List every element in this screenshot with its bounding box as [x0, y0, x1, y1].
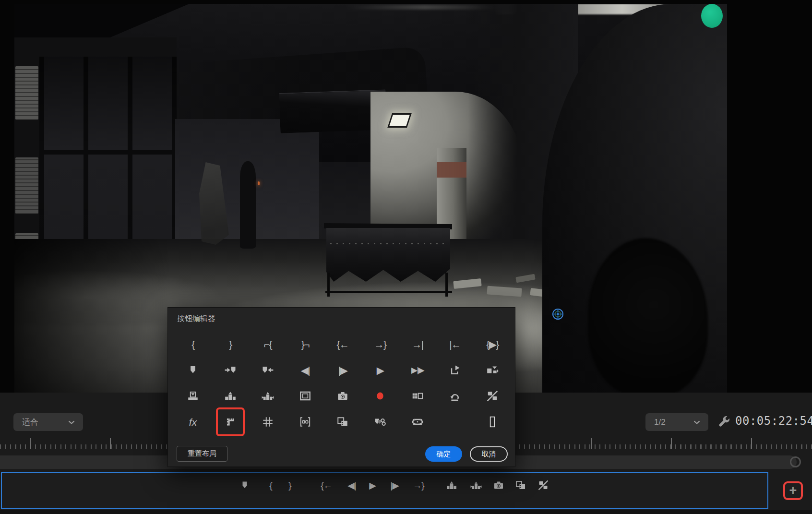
grid-button-extract-close-gap[interactable]	[249, 383, 287, 409]
ok-button[interactable]: 确定	[425, 446, 462, 462]
camera-icon	[493, 479, 504, 491]
grid-button-multi-camera-view[interactable]	[399, 383, 436, 409]
grid-button-add-marker[interactable]	[174, 357, 212, 383]
grid-button-step-back[interactable]: ◀|	[287, 357, 324, 383]
grid-button-insert[interactable]	[474, 357, 511, 383]
export-frame-button[interactable]	[492, 478, 505, 492]
grid-cell-empty	[436, 409, 474, 435]
camera-icon	[336, 390, 349, 402]
settings-wrench-icon[interactable]	[717, 415, 731, 429]
zoom-level-select[interactable]: 适合	[13, 413, 83, 431]
grid-button-safe-margins[interactable]	[287, 383, 324, 409]
mark-out-button[interactable]: }	[283, 478, 297, 492]
marker-pin-icon	[239, 479, 251, 491]
grid-button-go-to-out[interactable]: →}	[361, 331, 399, 357]
chevron-down-icon	[67, 418, 76, 427]
cancel-button[interactable]: 取消	[470, 446, 508, 462]
safe-margins-icon	[299, 390, 311, 402]
grid-button-mark-out[interactable]: }	[212, 331, 249, 357]
app-window: 适合 1/2 00:05:22:54 { } {← ◀| ▶ |▶ →}	[0, 0, 812, 514]
fx-mute-icon	[537, 479, 549, 491]
add-marker-button[interactable]	[238, 478, 251, 492]
timecode-display[interactable]: 00:05:22:54	[735, 414, 812, 428]
grid-button-clear-in[interactable]: ⌐{	[249, 331, 287, 357]
zoom-level-value: 适合	[22, 417, 38, 428]
button-editor-dialog: 按钮编辑器 { } ⌐{ }¬ {← →} →| |← {▶} ◀| |▶ ▶ …	[167, 307, 515, 467]
record-dot-icon	[374, 390, 386, 402]
guides-icon	[262, 416, 274, 428]
extract-icon	[446, 479, 457, 491]
extract-close-gap-icon	[262, 390, 274, 402]
extract-button[interactable]	[445, 478, 458, 492]
grid-button-loop[interactable]	[436, 383, 474, 409]
grid-button-fx-badge[interactable]: fx	[174, 409, 212, 435]
insert-icon	[486, 364, 499, 376]
grid-button-marker-link[interactable]	[361, 409, 399, 435]
grid-button-rulers[interactable]	[212, 409, 249, 435]
extract-close-gap-icon	[470, 479, 482, 491]
grid-button-export-frame[interactable]	[324, 383, 361, 409]
tracking-target-marker[interactable]	[551, 308, 564, 321]
grid-button-comparison-view[interactable]	[324, 409, 361, 435]
grid-button-step-forward[interactable]: |▶	[324, 357, 361, 383]
reset-layout-button[interactable]: 重置布局	[177, 446, 227, 462]
vr-display-icon	[411, 416, 424, 428]
lift-icon	[449, 364, 461, 376]
step-forward-button[interactable]: |▶	[388, 478, 401, 492]
grid-button-go-to-next-marker[interactable]	[212, 357, 249, 383]
grid-button-lift[interactable]	[436, 357, 474, 383]
transport-controls-panel: { } {← ◀| ▶ |▶ →}	[1, 472, 768, 509]
grid-button-clear-out[interactable]: }¬	[287, 331, 324, 357]
playback-resolution-value: 1/2	[654, 418, 666, 427]
red-highlight-box	[216, 407, 245, 436]
proxies-icon	[299, 416, 311, 428]
green-status-dot	[701, 4, 723, 28]
grid-button-guides[interactable]	[249, 409, 287, 435]
mark-in-button[interactable]: {	[264, 478, 277, 492]
multicam-icon	[411, 390, 424, 402]
previous-marker-icon	[262, 364, 274, 376]
bottom-filler	[0, 510, 812, 514]
next-marker-icon	[224, 364, 237, 376]
dialog-title: 按钮编辑器	[177, 314, 215, 324]
grid-button-go-to-next-edit[interactable]: →|	[399, 331, 436, 357]
grid-button-go-to-previous-marker[interactable]	[249, 357, 287, 383]
global-fx-mute-button[interactable]	[537, 478, 550, 492]
plus-icon: +	[789, 484, 797, 497]
spacer-icon	[486, 416, 499, 428]
grid-button-play-stop[interactable]: ▶	[361, 357, 399, 383]
grid-button-play-around[interactable]: ▶|▶	[399, 357, 436, 383]
grid-button-spacer[interactable]	[474, 409, 511, 435]
step-back-button[interactable]: ◀|	[345, 478, 358, 492]
chevron-down-icon	[692, 418, 702, 427]
grid-button-overwrite[interactable]	[174, 383, 212, 409]
grid-button-extract[interactable]	[212, 383, 249, 409]
overwrite-icon	[187, 390, 199, 402]
go-to-in-button[interactable]: {←	[320, 478, 333, 492]
marker-pin-icon	[187, 364, 199, 376]
button-icon-grid: { } ⌐{ }¬ {← →} →| |← {▶} ◀| |▶ ▶ ▶|▶	[174, 331, 511, 435]
grid-button-play-in-to-out[interactable]: {▶}	[474, 331, 511, 357]
loop-icon	[449, 390, 461, 402]
grid-button-global-fx-mute[interactable]	[474, 383, 511, 409]
comparison-view-icon	[336, 416, 349, 428]
grid-button-record[interactable]	[361, 383, 399, 409]
grid-button-mark-in[interactable]: {	[174, 331, 212, 357]
grid-button-toggle-proxies[interactable]	[287, 409, 324, 435]
play-button[interactable]: ▶	[366, 478, 379, 492]
grid-button-go-to-previous-edit[interactable]: |←	[436, 331, 474, 357]
comparison-view-icon	[515, 479, 526, 491]
scrollbar-end-handle[interactable]	[790, 456, 801, 467]
go-to-out-button[interactable]: →}	[412, 478, 425, 492]
playback-resolution-select[interactable]: 1/2	[645, 413, 708, 431]
marker-link-icon	[374, 416, 386, 428]
grid-button-vr-video-display[interactable]	[399, 409, 436, 435]
fx-badge-icon: fx	[189, 417, 197, 427]
fx-mute-icon	[486, 390, 499, 402]
extract-icon	[224, 390, 237, 402]
button-editor-add-button[interactable]: +	[783, 481, 803, 500]
extract-close-gap-button[interactable]	[469, 478, 483, 492]
comparison-view-button[interactable]	[514, 478, 527, 492]
grid-button-go-to-in[interactable]: {←	[324, 331, 361, 357]
